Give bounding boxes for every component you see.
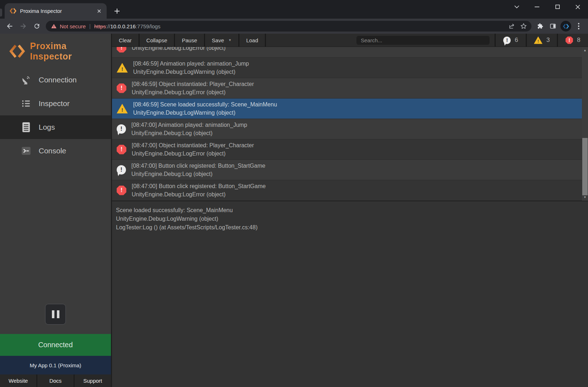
footer-link-support[interactable]: Support <box>74 374 111 387</box>
console-icon <box>19 145 33 157</box>
toolbar-buttons: ClearCollapsePauseSave▼Load <box>112 34 266 47</box>
log-message: [08:46:59] Object instantiated: Player_C… <box>132 80 254 88</box>
extensions-area <box>534 20 585 32</box>
log-entry-error[interactable]: ![08:46:59] Object instantiated: Player_… <box>112 78 582 99</box>
log-message: [08:47:00] Button click registered: Butt… <box>131 162 265 170</box>
error-log-icon: ! <box>117 186 126 195</box>
browser-tab-bar: Proxima Inspector <box>0 0 588 19</box>
side-panel-icon[interactable] <box>546 20 559 32</box>
pause-icon <box>52 310 54 318</box>
info-log-icon: ! <box>503 37 511 44</box>
log-detail-pane: Scene loaded successfully: Scene_MainMen… <box>112 201 588 387</box>
footer-link-website[interactable]: Website <box>0 374 37 387</box>
tab-close-icon[interactable] <box>95 7 103 15</box>
error-log-icon: ! <box>117 145 126 154</box>
logs-page: ClearCollapsePauseSave▼Load ! 6 ! 3 ! 8 … <box>111 34 588 387</box>
info-count-filter[interactable]: ! 6 <box>495 34 526 47</box>
logs-toolbar: ClearCollapsePauseSave▼Load ! 6 ! 3 ! 8 <box>112 34 588 47</box>
proxima-logo-icon <box>9 44 25 58</box>
warning-log-icon: ! <box>117 63 128 73</box>
info-log-icon: ! <box>117 124 126 134</box>
log-stack: UnityEngine.Debug:Log (object) <box>131 170 265 178</box>
pause-icon <box>57 310 59 318</box>
window-controls <box>506 0 588 14</box>
collapse-button[interactable]: Collapse <box>140 34 175 47</box>
address-bar[interactable]: Not secure | https://10.0.0.216:7759/log… <box>46 21 531 32</box>
scroll-down-arrow-icon[interactable]: ▼ <box>582 195 588 200</box>
log-entry-info[interactable]: ![08:47:00] Animation played: animation_… <box>112 119 582 139</box>
error-log-icon: ! <box>117 83 126 93</box>
browser-nav-bar: Not secure | https://10.0.0.216:7759/log… <box>0 19 588 34</box>
log-stack: UnityEngine.Debug:LogError (object) <box>132 190 266 199</box>
inspector-icon <box>19 98 33 109</box>
address-separator: | <box>89 23 91 29</box>
scrollbar-thumb[interactable] <box>582 138 588 195</box>
favicon-proxima-icon <box>10 8 16 14</box>
sidebar-item-label: Console <box>39 147 66 155</box>
sidebar: Proxima Inspector ConnectionInspectorLog… <box>0 34 111 387</box>
detail-line: Scene loaded successfully: Scene_MainMen… <box>116 206 581 215</box>
log-entry-error[interactable]: !UnityEngine.Debug:LogError (object) <box>112 47 582 58</box>
url-path: :7759/logs <box>136 23 160 29</box>
detail-line: UnityEngine.Debug:LogWarning (object) <box>116 215 581 223</box>
sidebar-item-inspector[interactable]: Inspector <box>0 92 111 115</box>
scroll-up-arrow-icon[interactable]: ▲ <box>582 48 588 53</box>
connection-icon <box>19 74 33 86</box>
info-count: 6 <box>515 37 518 44</box>
url-host: 10.0.0.216 <box>110 23 136 29</box>
save-button[interactable]: Save▼ <box>205 34 239 47</box>
sidebar-item-logs[interactable]: Logs <box>0 115 111 139</box>
log-entry-info[interactable]: ![08:47:00] Button click registered: But… <box>112 160 582 180</box>
connection-status-banner: Connected <box>0 334 111 356</box>
sidebar-item-label: Logs <box>39 123 55 132</box>
sidebar-footer: WebsiteDocsSupport <box>0 374 111 387</box>
warning-log-icon: ! <box>534 37 543 44</box>
window-close-button[interactable] <box>568 0 588 14</box>
url-scheme: https <box>94 23 106 29</box>
sidebar-item-connection[interactable]: Connection <box>0 68 111 92</box>
sidebar-item-label: Inspector <box>39 99 69 108</box>
log-scrollbar[interactable]: ▲ ▼ <box>582 47 588 201</box>
log-stack: UnityEngine.Debug:LogError (object) <box>132 88 254 96</box>
app-logo: Proxima Inspector <box>0 34 111 67</box>
browser-menu-dots-icon[interactable] <box>572 20 585 32</box>
error-count: 8 <box>577 37 580 44</box>
log-list: !UnityEngine.Debug:LogError (object)![08… <box>112 47 582 201</box>
window-maximize-button[interactable] <box>547 0 568 14</box>
window-minimize-button[interactable] <box>527 0 547 14</box>
save-dropdown-caret-icon[interactable]: ▼ <box>228 38 232 42</box>
log-entry-error[interactable]: ![08:47:00] Object instantiated: Player_… <box>112 139 582 160</box>
extensions-puzzle-icon[interactable] <box>534 20 546 32</box>
log-entry-error[interactable]: ![08:47:00] Button click registered: But… <box>112 180 582 201</box>
reload-icon[interactable] <box>30 20 44 32</box>
proxima-extension-icon[interactable] <box>559 20 572 32</box>
new-tab-button[interactable] <box>112 6 122 16</box>
browser-tab[interactable]: Proxima Inspector <box>5 3 107 19</box>
tab-search-chevron-icon[interactable] <box>506 0 527 14</box>
warning-count-filter[interactable]: ! 3 <box>526 34 557 47</box>
pause-stream-button[interactable] <box>45 304 66 325</box>
log-message: [08:47:00] Object instantiated: Player_C… <box>132 141 254 149</box>
url-scheme-suffix: :// <box>106 23 111 29</box>
log-stack: UnityEngine.Debug:LogError (object) <box>132 47 225 52</box>
pause-button[interactable]: Pause <box>175 34 205 47</box>
not-secure-label[interactable]: Not secure <box>60 23 86 29</box>
log-stack: UnityEngine.Debug:LogError (object) <box>132 149 254 158</box>
log-message: [08:46:59] Animation played: animation_J… <box>133 59 249 68</box>
clear-button[interactable]: Clear <box>112 34 140 47</box>
log-entry-warning[interactable]: ![08:46:59] Animation played: animation_… <box>112 58 582 78</box>
share-icon[interactable] <box>506 21 518 31</box>
log-entry-warning[interactable]: ![08:46:59] Scene loaded successfully: S… <box>112 99 582 119</box>
error-log-icon: ! <box>565 37 573 44</box>
footer-link-docs[interactable]: Docs <box>37 374 74 387</box>
search-input[interactable] <box>356 36 490 45</box>
load-button[interactable]: Load <box>239 34 266 47</box>
forward-icon[interactable] <box>16 20 30 32</box>
bookmark-star-icon[interactable] <box>518 21 529 31</box>
back-icon[interactable] <box>3 20 16 32</box>
error-count-filter[interactable]: ! 8 <box>557 34 588 47</box>
sidebar-item-console[interactable]: Console <box>0 139 111 163</box>
info-log-icon: ! <box>117 165 126 175</box>
warning-log-icon: ! <box>117 104 128 114</box>
error-log-icon: ! <box>117 47 126 53</box>
